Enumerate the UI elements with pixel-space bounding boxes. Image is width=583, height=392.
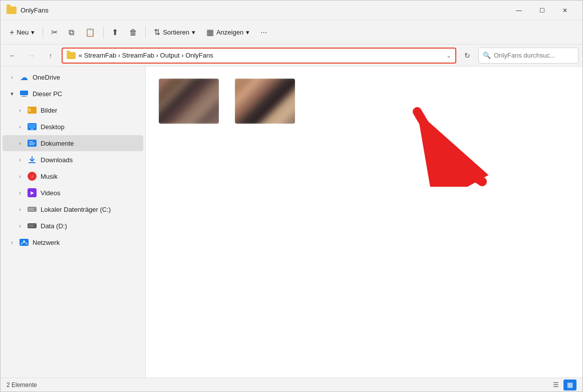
musik-chevron: ›	[17, 174, 24, 179]
paste-icon: 📋	[85, 28, 95, 37]
netzwerk-icon	[20, 238, 29, 247]
list-view-button[interactable]: ☰	[549, 379, 562, 390]
downloads-icon	[28, 155, 37, 164]
file-thumbnail-1	[159, 79, 219, 124]
search-icon: 🔍	[483, 52, 491, 59]
copy-icon: ⧉	[69, 28, 74, 37]
bilder-label: Bilder	[41, 107, 57, 114]
status-text: 2 Elemente	[7, 381, 545, 388]
netzwerk-label: Netzwerk	[33, 239, 60, 246]
new-chevron: ▾	[31, 29, 35, 36]
share-button[interactable]: ⬆	[107, 24, 123, 42]
thumb-image-2	[235, 79, 295, 124]
data-d-icon	[28, 221, 37, 230]
desktop-label: Desktop	[41, 123, 65, 131]
minimize-button[interactable]: —	[507, 3, 530, 19]
dieser-pc-chevron: ▼	[9, 91, 16, 97]
dieser-pc-icon	[20, 89, 29, 98]
toolbar: + Neu ▾ ✂ ⧉ 📋 ⬆ 🗑 ⇅ Sortieren ▾ ▦	[1, 21, 582, 45]
musik-label: Musik	[41, 173, 58, 180]
toolbar-sep-3	[145, 27, 146, 39]
bilder-chevron: ›	[17, 108, 24, 113]
delete-button[interactable]: 🗑	[124, 24, 142, 42]
forward-button[interactable]: →	[24, 48, 40, 64]
close-button[interactable]: ✕	[553, 3, 576, 19]
videos-chevron: ›	[17, 190, 24, 196]
local-c-icon	[28, 205, 37, 214]
svg-rect-9	[31, 129, 34, 130]
delete-icon: 🗑	[129, 28, 137, 37]
cut-icon: ✂	[51, 28, 58, 37]
netzwerk-chevron: ›	[9, 240, 16, 245]
sort-icon: ⇅	[154, 28, 160, 37]
back-button[interactable]: ←	[5, 48, 21, 64]
refresh-button[interactable]: ↻	[459, 48, 475, 64]
bilder-icon	[28, 106, 37, 115]
up-button[interactable]: ↑	[43, 48, 59, 64]
svg-rect-12	[29, 143, 35, 144]
new-label: Neu	[17, 29, 29, 36]
main-area: › ☁ OneDrive ▼ Dieser PC	[1, 67, 582, 377]
svg-rect-3	[21, 96, 27, 97]
address-row: ← → ↑ « StreamFab › StreamFab › Output ›…	[1, 45, 582, 67]
sort-button[interactable]: ⇅ Sortieren ▾	[149, 24, 200, 42]
dokumente-icon	[28, 139, 37, 148]
data-d-chevron: ›	[17, 223, 24, 229]
more-icon: ···	[260, 28, 267, 37]
downloads-chevron: ›	[17, 157, 24, 163]
sidebar-item-local-c[interactable]: › Lokaler Datenträger (C:)	[3, 201, 143, 217]
grid-view-button[interactable]: ▦	[563, 379, 576, 390]
sort-chevron: ▾	[192, 29, 195, 36]
more-button[interactable]: ···	[255, 24, 272, 42]
downloads-label: Downloads	[41, 156, 73, 164]
address-bar[interactable]: « StreamFab › StreamFab › Output › OnlyF…	[62, 48, 456, 64]
file-grid	[154, 75, 574, 128]
data-d-label: Data (D:)	[41, 222, 67, 230]
explorer-window: OnlyFans — ☐ ✕ + Neu ▾ ✂ ⧉ 📋 ⬆ 🗑	[0, 0, 583, 392]
new-icon: +	[10, 28, 14, 37]
view-buttons: ☰ ▦	[549, 379, 576, 390]
thumb-image-1	[159, 79, 219, 124]
svg-point-17	[34, 209, 36, 210]
videos-label: Videos	[41, 189, 61, 197]
status-bar: 2 Elemente ☰ ▦	[1, 377, 582, 391]
window-controls: — ☐ ✕	[507, 3, 576, 19]
sidebar-item-videos[interactable]: › ▶ Videos	[3, 185, 143, 201]
copy-button[interactable]: ⧉	[64, 24, 79, 42]
sidebar-item-data-d[interactable]: › Data (D:)	[3, 218, 143, 234]
maximize-button[interactable]: ☐	[530, 3, 553, 19]
onedrive-icon: ☁	[20, 73, 29, 82]
onedrive-chevron: ›	[9, 75, 16, 80]
view-button[interactable]: ▦ Anzeigen ▾	[201, 24, 254, 42]
sidebar-item-netzwerk[interactable]: › Netzwerk	[3, 234, 143, 250]
address-chevron: ⌄	[446, 52, 451, 59]
sidebar-item-downloads[interactable]: › Downloads	[3, 152, 143, 168]
new-button[interactable]: + Neu ▾	[5, 24, 40, 42]
file-item-2[interactable]	[230, 75, 300, 128]
sidebar-item-dieser-pc[interactable]: ▼ Dieser PC	[3, 86, 143, 102]
search-input[interactable]	[494, 52, 574, 59]
toolbar-sep-2	[103, 27, 104, 39]
sidebar-item-musik[interactable]: › ♪ Musik	[3, 168, 143, 184]
svg-rect-8	[29, 124, 36, 128]
search-box[interactable]: 🔍	[478, 48, 578, 64]
svg-point-6	[29, 110, 31, 112]
sidebar-item-desktop[interactable]: › Desktop	[3, 119, 143, 135]
window-icon	[7, 7, 17, 15]
desktop-icon	[28, 122, 37, 131]
sidebar-item-onedrive[interactable]: › ☁ OneDrive	[3, 69, 143, 85]
sort-label: Sortieren	[163, 29, 189, 36]
content-area	[146, 67, 582, 377]
local-c-chevron: ›	[17, 207, 24, 212]
cut-button[interactable]: ✂	[46, 24, 63, 42]
file-thumbnail-2	[235, 79, 295, 124]
title-bar: OnlyFans — ☐ ✕	[1, 1, 582, 21]
svg-rect-11	[29, 141, 33, 142]
view-label: Anzeigen	[216, 29, 243, 36]
sidebar-item-bilder[interactable]: › Bilder	[3, 102, 143, 118]
paste-button[interactable]: 📋	[80, 24, 100, 42]
file-item-1[interactable]	[154, 75, 224, 128]
toolbar-sep-1	[43, 27, 43, 39]
svg-rect-14	[29, 162, 36, 163]
sidebar-item-dokumente[interactable]: › Dokumente	[3, 135, 143, 151]
